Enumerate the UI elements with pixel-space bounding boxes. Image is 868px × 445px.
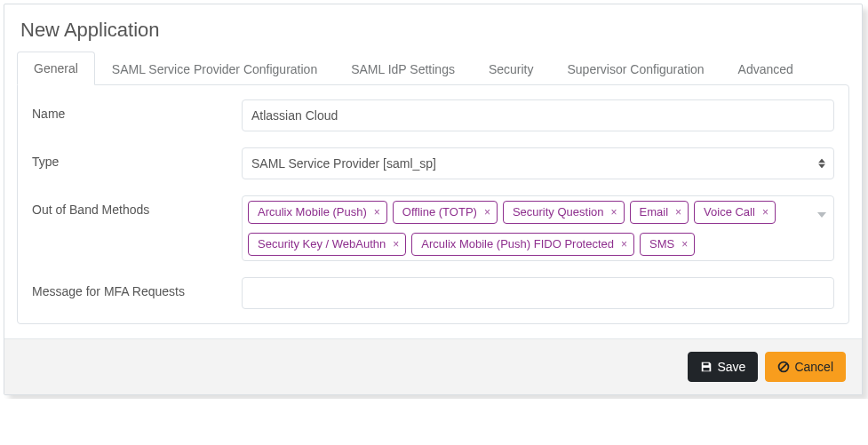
tag-label: SMS (649, 236, 674, 252)
tag-label: Offline (TOTP) (402, 204, 477, 220)
remove-tag-icon[interactable]: × (675, 204, 681, 220)
tag-label: Arculix Mobile (Push) FIDO Protected (421, 236, 614, 252)
row-oob-methods: Out of Band Methods Arculix Mobile (Push… (32, 195, 834, 261)
tag: Offline (TOTP)× (393, 201, 498, 224)
remove-tag-icon[interactable]: × (393, 236, 399, 252)
cancel-label: Cancel (794, 359, 833, 375)
tab-saml-sp[interactable]: SAML Service Provider Configuration (95, 52, 334, 85)
cancel-button[interactable]: Cancel (765, 352, 846, 382)
tag: Arculix Mobile (Push) FIDO Protected× (411, 233, 634, 256)
tag: Security Question× (503, 201, 625, 224)
dialog-footer: Save Cancel (4, 338, 862, 394)
tag-label: Voice Call (704, 204, 755, 220)
new-application-dialog: New Application GeneralSAML Service Prov… (4, 4, 863, 395)
tag: SMS× (640, 233, 695, 256)
tab-supervisor[interactable]: Supervisor Configuration (551, 52, 721, 85)
tab-advanced[interactable]: Advanced (721, 52, 810, 85)
remove-tag-icon[interactable]: × (484, 204, 490, 220)
mfa-message-input[interactable] (242, 277, 834, 309)
tag-label: Security Key / WebAuthn (258, 236, 386, 252)
row-type: Type (32, 147, 834, 179)
remove-tag-icon[interactable]: × (621, 236, 627, 252)
tab-body-general: Name Type Out of Band Methods (17, 84, 849, 324)
svg-line-1 (781, 363, 787, 370)
remove-tag-icon[interactable]: × (762, 204, 768, 220)
tag: Email× (630, 201, 689, 224)
row-mfa-message: Message for MFA Requests (32, 277, 834, 309)
dialog-title: New Application (4, 4, 862, 51)
label-type: Type (32, 147, 242, 169)
tag: Voice Call× (694, 201, 776, 224)
type-select[interactable] (242, 147, 834, 179)
tag-label: Security Question (513, 204, 604, 220)
oob-methods-multiselect[interactable]: Arculix Mobile (Push)×Offline (TOTP)×Sec… (242, 195, 834, 261)
tag-label: Arculix Mobile (Push) (258, 204, 367, 220)
label-name: Name (32, 99, 242, 121)
tab-security[interactable]: Security (472, 52, 551, 85)
cancel-icon (777, 361, 790, 373)
tabs: GeneralSAML Service Provider Configurati… (4, 51, 862, 84)
chevron-down-icon[interactable] (817, 205, 826, 221)
name-input[interactable] (242, 99, 834, 131)
remove-tag-icon[interactable]: × (681, 236, 688, 252)
tag: Security Key / WebAuthn× (248, 233, 406, 256)
save-icon (700, 361, 713, 373)
remove-tag-icon[interactable]: × (611, 204, 617, 220)
tab-general[interactable]: General (17, 52, 95, 85)
save-label: Save (717, 359, 745, 375)
label-mfa-message: Message for MFA Requests (32, 277, 242, 298)
tag-label: Email (640, 204, 669, 220)
tab-saml-idp[interactable]: SAML IdP Settings (334, 52, 472, 85)
remove-tag-icon[interactable]: × (374, 204, 380, 220)
tag: Arculix Mobile (Push)× (248, 201, 387, 224)
label-oob-methods: Out of Band Methods (32, 195, 242, 217)
save-button[interactable]: Save (688, 352, 758, 382)
row-name: Name (32, 99, 834, 131)
